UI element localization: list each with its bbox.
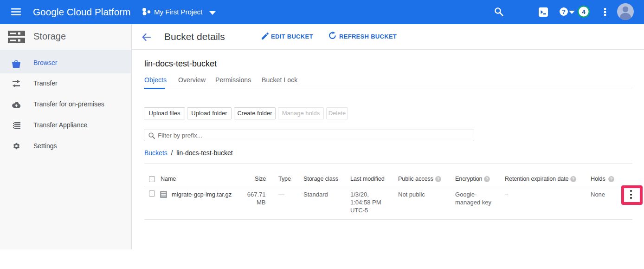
svg-text:?: ? xyxy=(562,8,566,15)
svg-text:4: 4 xyxy=(582,8,586,15)
